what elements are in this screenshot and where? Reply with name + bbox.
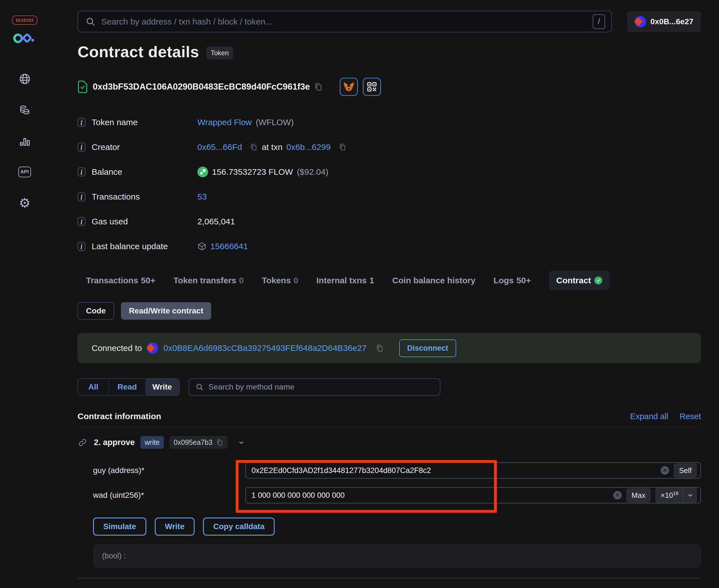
chevron-down-icon (687, 492, 694, 499)
balance-usd: ($92.04) (297, 167, 328, 177)
copy-txn-icon[interactable] (338, 143, 347, 151)
verified-contract-icon (78, 81, 88, 93)
contract-subtabs: Code Read/Write contract (78, 302, 701, 320)
account-address: 0x0B...6e27 (651, 17, 694, 26)
info-row-transactions: i Transactions 53 (78, 184, 701, 209)
copy-selector-icon[interactable] (216, 439, 223, 446)
tokens-icon[interactable] (19, 104, 31, 116)
tab-logs[interactable]: Logs50+ (493, 276, 531, 285)
account-avatar (635, 16, 646, 27)
connected-wallet-address[interactable]: 0x0B8EA6d6983cCBa39275493FEf648a2D64B36e… (163, 343, 367, 353)
simulate-button[interactable]: Simulate (93, 518, 146, 536)
metamask-button[interactable] (340, 78, 358, 96)
top-bar: / 0x0B...6e27 (78, 11, 701, 33)
tab-transactions[interactable]: Transactions50+ (86, 276, 156, 285)
expand-all-link[interactable]: Expand all (630, 412, 668, 421)
balance-amount: 156.73532723 FLOW (212, 167, 293, 177)
method-actions: Simulate Write Copy calldata (78, 518, 701, 536)
search-input[interactable] (101, 17, 593, 26)
disconnect-button[interactable]: Disconnect (399, 339, 456, 357)
sidebar-nav: API ⚙ (19, 73, 31, 209)
info-row-gas-used: i Gas used 2,065,041 (78, 209, 701, 234)
contract-information-header: Contract information Expand all Reset (78, 412, 701, 421)
network-badge: testnet (12, 16, 38, 25)
copy-calldata-button[interactable]: Copy calldata (203, 518, 275, 536)
token-symbol: (WFLOW) (256, 118, 294, 127)
last-balance-block-link[interactable]: 15666641 (210, 241, 248, 251)
tab-token-transfers[interactable]: Token transfers0 (173, 276, 244, 285)
filter-read[interactable]: Read (108, 379, 145, 395)
self-button[interactable]: Self (674, 463, 697, 478)
api-icon[interactable]: API (19, 166, 31, 178)
search-icon (85, 17, 96, 27)
app-logo[interactable] (12, 31, 38, 44)
account-button[interactable]: 0x0B...6e27 (627, 11, 701, 32)
reset-link[interactable]: Reset (679, 412, 701, 421)
contract-address-row: 0xd3bF53DAC106A0290B0483EcBC89d40FcC961f… (78, 78, 701, 96)
wad-amount-input[interactable] (251, 491, 609, 500)
wad-field-input-wrap: ✕ Max ×1018 (245, 487, 701, 503)
global-search[interactable]: / (78, 11, 612, 33)
copy-address-icon[interactable] (314, 82, 323, 91)
connected-to-label: Connected to (91, 343, 142, 353)
method-approve-row[interactable]: 2. approve write 0x095ea7b3 (78, 436, 701, 449)
link-anchor-icon[interactable] (78, 438, 87, 447)
info-icon[interactable]: i (78, 217, 85, 226)
creator-address-link[interactable]: 0x65...66Fd (198, 142, 242, 152)
page-title: Contract details (78, 43, 199, 61)
subtab-read-write-contract[interactable]: Read/Write contract (121, 302, 211, 320)
collapse-chevron-icon[interactable] (238, 439, 245, 446)
subtab-code[interactable]: Code (78, 302, 114, 320)
info-icon[interactable]: i (78, 242, 85, 251)
creation-txn-link[interactable]: 0x6b...6299 (286, 142, 331, 152)
settings-gear-icon[interactable]: ⚙ (19, 197, 31, 209)
title-row: Contract details Token (78, 43, 701, 61)
method-selector-chip: 0x095ea7b3 (169, 436, 228, 449)
qr-code-button[interactable] (363, 78, 381, 96)
wad-field-label: wad (uint256)* (78, 491, 245, 500)
block-cube-icon (198, 242, 206, 251)
copy-connected-address-icon[interactable] (375, 344, 384, 352)
main-content: / 0x0B...6e27 Contract details Token 0xd… (49, 0, 719, 588)
info-icon[interactable]: i (78, 143, 85, 152)
wallet-connected-banner: Connected to 0x0B8EA6d6983cCBa39275493FE… (78, 333, 701, 363)
connected-wallet-avatar (147, 342, 158, 354)
filter-all[interactable]: All (78, 379, 108, 395)
tab-tokens[interactable]: Tokens0 (262, 276, 299, 285)
divider (682, 490, 683, 500)
transactions-count-link[interactable]: 53 (198, 192, 207, 202)
token-name-link[interactable]: Wrapped Flow (198, 118, 252, 127)
copy-creator-icon[interactable] (250, 143, 258, 151)
method-search-input[interactable] (208, 382, 434, 392)
info-icon[interactable]: i (78, 118, 85, 127)
field-row-wad: wad (uint256)* ✕ Max ×1018 (78, 487, 701, 503)
clear-guy-icon[interactable]: ✕ (661, 466, 669, 475)
section-heading: Contract information (78, 412, 161, 421)
search-shortcut-hint: / (593, 14, 605, 29)
clear-wad-icon[interactable]: ✕ (613, 491, 622, 500)
guy-address-input[interactable] (251, 466, 656, 475)
method-search[interactable] (189, 378, 440, 396)
tab-coin-balance-history[interactable]: Coin balance history (392, 276, 475, 285)
info-row-balance: i Balance 156.73532723 FLOW ($92.04) (78, 160, 701, 184)
guy-field-input-wrap: ✕ Self (245, 462, 701, 479)
info-icon[interactable]: i (78, 167, 85, 176)
token-type-badge: Token (206, 46, 233, 60)
globe-icon[interactable] (19, 73, 31, 85)
filter-write[interactable]: Write (145, 379, 179, 395)
info-row-token-name: i Token name Wrapped Flow (WFLOW) (78, 110, 701, 135)
field-row-guy: guy (address)* ✕ Self (78, 462, 701, 479)
verified-check-icon (594, 276, 602, 285)
write-button[interactable]: Write (155, 518, 195, 536)
tab-contract[interactable]: Contract (549, 271, 610, 290)
flow-token-icon (198, 167, 208, 177)
multiplier-select[interactable]: ×1018 (655, 488, 697, 503)
stats-icon[interactable] (19, 135, 31, 147)
guy-field-label: guy (address)* (78, 466, 245, 475)
at-txn-text: at txn (262, 142, 282, 152)
contract-address: 0xd3bF53DAC106A0290B0483EcBC89d40FcC961f… (93, 82, 310, 92)
max-button[interactable]: Max (626, 488, 651, 503)
info-icon[interactable]: i (78, 192, 85, 201)
sidebar: testnet (0, 0, 49, 588)
tab-internal-txns[interactable]: Internal txns1 (316, 276, 374, 285)
